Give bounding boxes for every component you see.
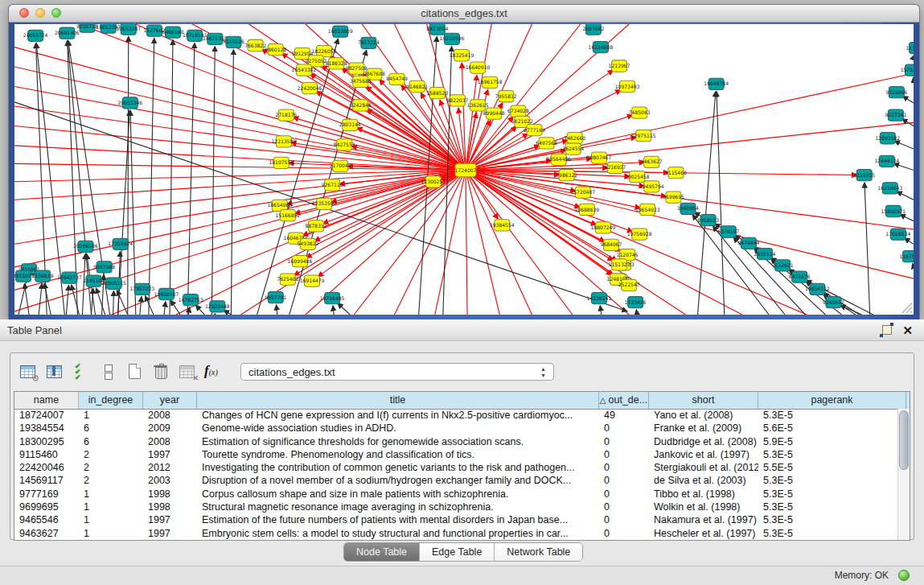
network-node[interactable]: 12923448 bbox=[205, 301, 230, 312]
table-row[interactable]: 1456911722003Disruption of a novel membe… bbox=[14, 474, 898, 487]
network-node[interactable]: 1724007 bbox=[455, 163, 477, 176]
network-node[interactable]: 9699695 bbox=[663, 192, 684, 203]
network-node[interactable]: 7485063 bbox=[629, 107, 651, 118]
import-table-button[interactable]: ✕ bbox=[178, 361, 197, 382]
network-node[interactable]: 10688639 bbox=[575, 204, 600, 215]
network-node[interactable]: 22420046 bbox=[298, 82, 322, 93]
network-node[interactable]: 9115460 bbox=[665, 167, 687, 178]
network-node[interactable]: 8822037 bbox=[447, 95, 469, 106]
network-node[interactable]: 19716485 bbox=[320, 292, 345, 303]
network-node[interactable]: 6466160 bbox=[162, 27, 184, 38]
row-boxes-button[interactable] bbox=[98, 361, 117, 382]
network-node[interactable]: 1156819 bbox=[32, 270, 54, 282]
table-source-select[interactable]: citations_edges.txt ▲▼ bbox=[240, 363, 554, 381]
network-node[interactable]: 9245652 bbox=[823, 297, 844, 308]
network-node[interactable]: 9227341 bbox=[885, 109, 906, 121]
network-node[interactable]: 1151327 bbox=[609, 259, 630, 270]
tab-edge-table[interactable]: Edge Table bbox=[420, 543, 495, 561]
network-node[interactable]: 16648784 bbox=[704, 78, 729, 89]
network-node[interactable]: 9684067 bbox=[601, 239, 622, 250]
network-node[interactable]: 9329966 bbox=[885, 87, 907, 98]
network-node[interactable]: 16154808 bbox=[589, 41, 614, 52]
minimize-window-button[interactable] bbox=[35, 8, 45, 18]
network-node[interactable]: 17016534 bbox=[886, 229, 911, 240]
network-node[interactable]: 17359924 bbox=[108, 238, 133, 249]
window-titlebar[interactable]: citations_edges.txt bbox=[9, 5, 919, 23]
network-node[interactable]: 1213967 bbox=[609, 60, 630, 72]
close-panel-icon[interactable]: ✕ bbox=[902, 319, 913, 341]
table-settings-button[interactable]: ⚙ bbox=[18, 361, 38, 382]
network-node[interactable]: 8878312 bbox=[306, 220, 327, 232]
network-node[interactable]: 10807467 bbox=[587, 152, 612, 163]
network-node[interactable]: 9097588 bbox=[93, 262, 115, 273]
network-node[interactable]: 1362615 bbox=[467, 100, 489, 111]
network-node[interactable]: 1588520 bbox=[426, 88, 448, 99]
network-node[interactable]: 9860128 bbox=[265, 43, 286, 55]
table-row[interactable]: 1830029562008Estimation of significance … bbox=[14, 435, 898, 448]
network-node[interactable]: 8813054 bbox=[426, 24, 448, 35]
network-node[interactable]: 29053346 bbox=[117, 97, 142, 109]
network-node[interactable]: 9170042 bbox=[330, 160, 351, 171]
toggle-columns-button[interactable] bbox=[45, 361, 64, 382]
table-row[interactable]: 946554611997Estimation of the future num… bbox=[14, 513, 898, 526]
column-header-out_de[interactable]: △out_de... bbox=[599, 392, 649, 409]
network-node[interactable]: 5493822 bbox=[298, 238, 319, 249]
tab-node-table[interactable]: Node Table bbox=[344, 543, 420, 561]
network-node[interactable]: 1111246 bbox=[906, 42, 914, 53]
network-node[interactable]: 9474444 bbox=[737, 237, 759, 249]
network-node[interactable]: 16099486 bbox=[288, 256, 313, 267]
network-node[interactable]: 9857791 bbox=[265, 291, 286, 303]
network-node[interactable]: 17957223 bbox=[130, 283, 155, 295]
network-node[interactable]: 2718176 bbox=[275, 109, 297, 121]
network-node[interactable]: 7857224 bbox=[358, 37, 380, 48]
network-node[interactable]: 1167533 bbox=[900, 250, 914, 262]
network-node[interactable]: 15751074 bbox=[901, 64, 914, 76]
table-row[interactable]: 969969511998Structural magnetic resonanc… bbox=[14, 501, 898, 513]
network-node[interactable]: 8427552 bbox=[334, 139, 355, 150]
network-node[interactable]: 16640910 bbox=[466, 62, 491, 73]
network-node[interactable]: 9242848 bbox=[350, 100, 372, 111]
new-table-button[interactable] bbox=[125, 361, 144, 382]
network-node[interactable]: 8471676 bbox=[789, 271, 811, 282]
network-node[interactable]: 19495794 bbox=[639, 181, 664, 192]
network-node[interactable]: 10653287 bbox=[116, 24, 141, 35]
table-row[interactable]: 977716911998Corpus callosum shape and si… bbox=[14, 488, 898, 501]
network-node[interactable]: 8186328 bbox=[326, 58, 347, 69]
network-node[interactable]: 9035718 bbox=[76, 24, 98, 32]
network-node[interactable]: 6379197 bbox=[717, 226, 739, 237]
network-node[interactable]: 8990448 bbox=[483, 108, 505, 119]
network-node[interactable]: 7986322 bbox=[556, 170, 577, 181]
network-node[interactable]: 12975115 bbox=[631, 130, 656, 142]
close-window-button[interactable] bbox=[19, 8, 29, 18]
network-node[interactable]: 7625402 bbox=[277, 274, 298, 285]
tab-network-table[interactable]: Network Table bbox=[495, 543, 582, 561]
network-node[interactable]: 19384554 bbox=[490, 220, 515, 231]
network-node[interactable]: 8454749 bbox=[386, 73, 408, 84]
table-row[interactable]: 946362711997Embryonic stem cells: a mode… bbox=[14, 527, 898, 540]
network-node[interactable]: 2935114 bbox=[754, 248, 776, 259]
network-node[interactable]: 10958107 bbox=[154, 288, 179, 299]
column-header-title[interactable]: title bbox=[197, 392, 599, 409]
network-node[interactable]: 9463627 bbox=[641, 156, 663, 167]
network-node[interactable]: 16033809 bbox=[328, 26, 353, 37]
function-builder-button[interactable]: f(x) bbox=[204, 361, 224, 382]
network-node[interactable]: 18325419 bbox=[450, 50, 474, 61]
network-node[interactable]: 9267110 bbox=[322, 179, 343, 191]
network-node[interactable]: 20206506 bbox=[73, 241, 98, 252]
scrollbar-thumb[interactable] bbox=[899, 410, 909, 470]
network-node[interactable]: 2687682 bbox=[582, 24, 604, 35]
network-node[interactable]: 19654923 bbox=[635, 204, 660, 215]
column-header-year[interactable]: year bbox=[143, 392, 197, 409]
network-node[interactable]: 12444134 bbox=[875, 155, 900, 167]
network-node[interactable]: 19756928 bbox=[627, 229, 652, 240]
network-node[interactable]: 20691406 bbox=[55, 27, 80, 39]
network-node[interactable]: 2522547 bbox=[618, 279, 640, 290]
network-node[interactable]: 3624554 bbox=[562, 143, 584, 154]
table-row[interactable]: 911546021997Tourette syndrome. Phenomeno… bbox=[14, 448, 898, 461]
network-node[interactable]: 24055724 bbox=[23, 30, 48, 41]
column-header-in_degree[interactable]: in_degree bbox=[79, 392, 143, 409]
table-row[interactable]: 1872400712008Changes of HCN gene express… bbox=[14, 409, 898, 422]
table-row[interactable]: 2242004622012Investigating the contribut… bbox=[14, 461, 898, 474]
network-node[interactable]: 7515526 bbox=[223, 36, 244, 47]
select-checks-button[interactable]: ✔ ✔ ✔ bbox=[72, 361, 91, 382]
